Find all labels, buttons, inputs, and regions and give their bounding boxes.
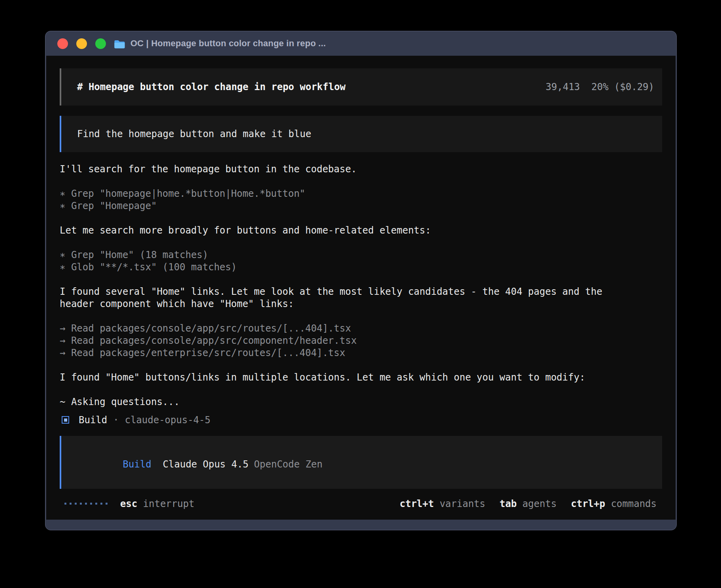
tool-call-list: → Read packages/console/app/src/routes/[… [60,322,662,359]
hint-key: esc [120,498,137,509]
tool-call-list: ∗ Grep "homepage|home.*button|Home.*butt… [60,188,662,212]
spinner-dot [106,503,108,505]
user-message: Find the homepage button and make it blu… [60,116,662,152]
keyboard-hint: tab agents [500,498,557,509]
spinner-dot [75,503,77,505]
message-line: Let me search more broadly for buttons a… [60,224,662,237]
message-line: ∗ Grep "Homepage" [60,200,662,212]
model-row: BuildClaude Opus 4.5OpenCode Zen [77,446,662,483]
minimize-button[interactable] [76,38,87,49]
message-line: I found "Home" buttons/links in multiple… [60,371,662,384]
hint-key: ctrl+t [400,498,434,509]
model-name: Claude Opus 4.5 [163,459,249,470]
message-line: ~ Asking questions... [60,396,662,408]
message-line: I found several "Home" links. Let me loo… [60,286,662,298]
agent-status-row: Build · claude-opus-4-5 [60,414,662,426]
message-line: → Read packages/console/app/src/componen… [60,335,662,347]
spinner-dot [80,503,82,505]
terminal-content: # Homepage button color change in repo w… [46,56,676,520]
folder-icon [114,40,125,49]
spinner-dot [95,503,97,505]
spinner-dot [70,503,72,505]
window-titlebar[interactable]: OC | Homepage button color change in rep… [45,31,676,56]
hint-key: ctrl+p [571,498,605,509]
maximize-button[interactable] [95,38,106,49]
hint-label: variants [434,498,485,509]
provider-name: OpenCode Zen [254,459,323,470]
message-line: header component which have "Home" links… [60,298,662,310]
hint-key: tab [500,498,517,509]
spinner-dot [85,503,87,505]
spinner-dot [64,503,66,505]
agent-status-separator: · [113,415,119,426]
status-bar-left: esc interrupt [64,498,194,509]
hint-label: agents [517,498,557,509]
tool-call-list: ∗ Grep "Home" (18 matches)∗ Glob "**/*.t… [60,249,662,273]
window-title: OC | Homepage button color change in rep… [130,38,326,49]
status-bar: esc interrupt ctrl+t variantstab agentsc… [60,498,662,510]
message-line: I'll search for the homepage button in t… [60,163,662,175]
prompt-input[interactable]: BuildClaude Opus 4.5OpenCode Zen [60,436,662,489]
keyboard-hint: esc interrupt [120,498,194,509]
assistant-text: I'll search for the homepage button in t… [60,163,662,175]
message-line: ∗ Grep "homepage|home.*button|Home.*butt… [60,188,662,200]
keyboard-hint: ctrl+p commands [571,498,657,509]
spinner-dots [64,503,108,505]
assistant-text: Let me search more broadly for buttons a… [60,224,662,237]
conversation: I'll search for the homepage button in t… [60,163,662,408]
message-line: ∗ Grep "Home" (18 matches) [60,249,662,261]
message-line: → Read packages/enterprise/src/routes/[.… [60,347,662,359]
keyboard-hint: ctrl+t variants [400,498,485,509]
assistant-text: I found several "Home" links. Let me loo… [60,286,662,310]
hint-label: commands [605,498,657,509]
spinner-dot [90,503,92,505]
assistant-status: ~ Asking questions... [60,396,662,408]
session-header: # Homepage button color change in repo w… [60,68,662,106]
close-button[interactable] [57,38,68,49]
terminal-window: OC | Homepage button color change in rep… [45,31,677,530]
user-message-text: Find the homepage button and make it blu… [77,128,311,139]
agent-status-name: Build [79,415,107,426]
message-line: → Read packages/console/app/src/routes/[… [60,322,662,335]
traffic-lights [57,38,106,49]
right-keyboard-hints: ctrl+t variantstab agentsctrl+p commands [400,498,657,509]
token-count: 39,413 [545,81,580,92]
agent-status-model: claude-opus-4-5 [125,415,211,426]
left-keyboard-hints: esc interrupt [120,498,194,509]
assistant-text: I found "Home" buttons/links in multiple… [60,371,662,384]
spinner-dot [100,503,102,505]
hint-label: interrupt [137,498,194,509]
agent-badge-icon [62,416,69,424]
agent-name: Build [123,459,151,470]
message-line: ∗ Glob "**/*.tsx" (100 matches) [60,261,662,273]
session-stats: 39,413 20% ($0.29) [545,81,654,92]
session-title: # Homepage button color change in repo w… [77,81,345,92]
context-usage-cost: 20% ($0.29) [591,81,654,92]
